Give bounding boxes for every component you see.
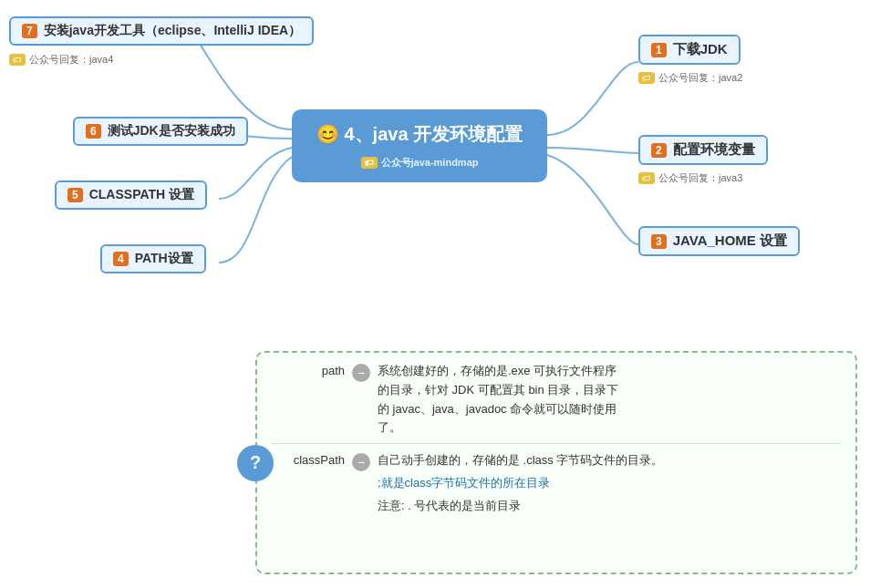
node-sub-label-1: 公众号回复：java2 xyxy=(658,71,742,85)
tag-icon-7: 🏷 xyxy=(9,54,26,66)
node-num-1: 1 xyxy=(651,43,667,57)
node-num-4: 4 xyxy=(113,252,129,266)
node-sub-label-7: 公众号回复：java4 xyxy=(29,53,113,67)
node-test-jdk[interactable]: 6 测试JDK是否安装成功 xyxy=(73,117,248,146)
node-path[interactable]: 4 PATH设置 xyxy=(100,244,206,273)
node-install-ide[interactable]: 7 安装java开发工具（eclipse、IntelliJ IDEA） xyxy=(9,16,314,46)
center-subtitle-text: 公众号java-mindmap xyxy=(381,156,479,170)
node-label-3: JAVA_HOME 设置 xyxy=(673,232,787,250)
tag-icon-1: 🏷 xyxy=(638,72,655,84)
node-config-env-sub: 🏷 公众号回复：java3 xyxy=(638,171,742,185)
center-emoji: 😊 xyxy=(316,124,339,144)
classpath-section: classPath − 自己动手创建的，存储的是 .class 字节码文件的目录… xyxy=(272,451,841,521)
classpath-content: 自己动手创建的，存储的是 .class 字节码文件的目录。 ;就是class字节… xyxy=(378,451,841,515)
node-label-1: 下载JDK xyxy=(673,41,728,58)
classpath-intro: 自己动手创建的，存储的是 .class 字节码文件的目录。 xyxy=(378,451,841,470)
node-label-7: 安装java开发工具（eclipse、IntelliJ IDEA） xyxy=(44,23,301,39)
path-text: 系统创建好的，存储的是.exe 可执行文件程序的目录，针对 JDK 可配置其 b… xyxy=(378,362,841,438)
question-icon: ? xyxy=(237,445,274,481)
detail-box: ? path − 系统创建好的，存储的是.exe 可执行文件程序的目录，针对 J… xyxy=(255,351,857,574)
center-subtitle: 🏷 公众号java-mindmap xyxy=(361,156,479,170)
path-collapse-btn[interactable]: − xyxy=(352,364,370,382)
node-num-3: 3 xyxy=(651,234,667,249)
tag-icon: 🏷 xyxy=(361,157,378,169)
node-download-jdk-sub: 🏷 公众号回复：java2 xyxy=(638,71,742,85)
classpath-collapse-btn[interactable]: − xyxy=(352,453,370,471)
node-num-6: 6 xyxy=(86,124,101,139)
path-content: 系统创建好的，存储的是.exe 可执行文件程序的目录，针对 JDK 可配置其 b… xyxy=(378,362,841,438)
node-sub-label-2: 公众号回复：java3 xyxy=(658,171,742,185)
node-download-jdk[interactable]: 1 下载JDK xyxy=(638,35,741,65)
node-config-env[interactable]: 2 配置环境变量 xyxy=(638,135,768,165)
node-java-home[interactable]: 3 JAVA_HOME 设置 xyxy=(638,226,800,256)
center-label: 4、java 开发环境配置 xyxy=(344,124,523,144)
node-label-2: 配置环境变量 xyxy=(673,141,755,159)
path-label: path xyxy=(272,362,345,377)
node-label-6: 测试JDK是否安装成功 xyxy=(108,123,235,139)
node-num-2: 2 xyxy=(651,143,667,158)
classpath-sub-1: ;就是class字节码文件的所在目录 xyxy=(378,474,841,493)
node-install-ide-sub: 🏷 公众号回复：java4 xyxy=(9,53,113,67)
node-label-5: CLASSPATH 设置 xyxy=(89,187,194,203)
center-title: 😊 4、java 开发环境配置 xyxy=(316,122,523,147)
node-num-5: 5 xyxy=(67,188,83,202)
mindmap-area: 😊 4、java 开发环境配置 🏷 公众号java-mindmap 1 下载JD… xyxy=(0,0,891,337)
node-classpath[interactable]: 5 CLASSPATH 设置 xyxy=(55,181,207,210)
center-node: 😊 4、java 开发环境配置 🏷 公众号java-mindmap xyxy=(292,109,547,182)
node-label-4: PATH设置 xyxy=(135,251,193,267)
classpath-sub-2: 注意: . 号代表的是当前目录 xyxy=(378,497,841,516)
classpath-label: classPath xyxy=(272,451,345,467)
path-section: path − 系统创建好的，存储的是.exe 可执行文件程序的目录，针对 JDK… xyxy=(272,362,841,444)
tag-icon-2: 🏷 xyxy=(638,172,655,184)
node-num-7: 7 xyxy=(22,24,37,38)
